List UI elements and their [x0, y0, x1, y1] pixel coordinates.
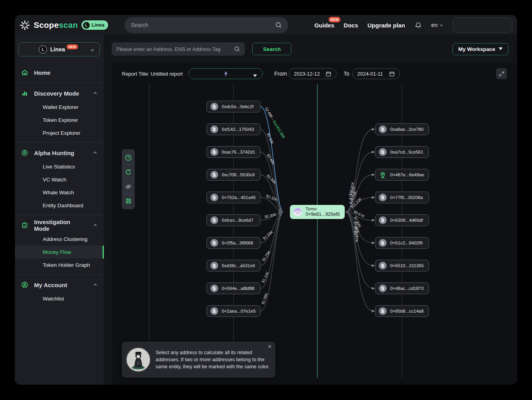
tooltip-text: Select any address to calculate all its …	[156, 349, 270, 370]
close-icon[interactable]: ✕	[268, 344, 272, 349]
wallet-connect-box[interactable]	[453, 18, 512, 33]
sidebar-section-home[interactable]: Home	[15, 65, 104, 80]
divider	[15, 83, 104, 83]
document-icon	[379, 307, 387, 315]
refresh-button[interactable]	[122, 165, 135, 179]
sidebar-item-token-explorer[interactable]: Token Explorer	[15, 114, 104, 127]
chart-icon	[21, 90, 28, 97]
address-label: 0×5510...311365	[390, 263, 424, 268]
sidebar-item-watchlist[interactable]: Watchlist	[15, 292, 104, 305]
global-search-input[interactable]	[131, 22, 275, 28]
address-node-target[interactable]: 0×6309...4d65df	[375, 214, 429, 226]
language-selector[interactable]: en	[431, 22, 443, 28]
sidebar-item-whale-watch[interactable]: Whale Watch	[15, 186, 104, 199]
new-badge: NEW	[329, 17, 341, 22]
sidebar: L Linea NEW HomeDiscovery ModeWallet Exp…	[15, 35, 104, 385]
address-node-source[interactable]: 0xfcec...8ce6d7	[206, 214, 261, 226]
address-node-target[interactable]: 0xa7cd...5ce561	[375, 146, 429, 158]
linea-logo-icon: L	[83, 22, 90, 29]
sidebar-section-my-account[interactable]: My Account	[15, 277, 104, 292]
document-icon	[210, 284, 218, 292]
nav-upgrade-plan[interactable]: Upgrade plan	[367, 22, 405, 29]
document-icon	[379, 194, 387, 201]
arrowhead-icon	[372, 150, 375, 153]
address-label: 0xdc5e...0ebc2f	[222, 104, 253, 109]
nav-docs[interactable]: Docs	[344, 22, 358, 29]
address-label: 0xc708...5530c6	[222, 172, 255, 177]
document-icon	[210, 148, 218, 156]
address-node-source[interactable]: 0xdc5e...0ebc2f	[206, 101, 261, 112]
home-icon	[21, 69, 28, 76]
save-icon	[125, 197, 132, 205]
sidebar-item-project-explorer[interactable]: Project Explorer	[15, 127, 104, 139]
brand: Scopescan L Linea	[20, 15, 108, 35]
money-flow-graph: 12.49K - Out:$11.88K$5.30K$3.48K$3.30K$2…	[112, 63, 516, 385]
hide-button[interactable]	[122, 180, 135, 193]
chevron-up-icon	[93, 91, 98, 96]
arrowhead-icon	[372, 196, 375, 199]
address-node-target[interactable]: 0×77f0...35208a	[375, 192, 429, 203]
nav-guides[interactable]: Guides NEW	[314, 22, 334, 29]
clipboard-icon	[21, 222, 28, 229]
document-icon	[379, 216, 387, 224]
sidebar-item-vc-watch[interactable]: VC Watch	[15, 173, 104, 186]
report-bar: Report Title: Untitled report From 2023-…	[112, 63, 516, 85]
document-icon	[379, 284, 387, 292]
my-workspace-button[interactable]: My Workspace	[452, 43, 508, 55]
graph-toolbar	[122, 149, 135, 209]
divider	[15, 274, 104, 275]
document-icon	[210, 262, 218, 270]
address-node-target[interactable]: 0xa8ae...2ce780	[375, 123, 429, 135]
address-node-source[interactable]: 0xf142...175043	[206, 123, 261, 135]
sidebar-section-label: Discovery Mode	[34, 90, 87, 97]
address-node-target[interactable]: 0×48ac...cd1873	[375, 282, 429, 294]
sidebar-item-token-holder-graph[interactable]: Token Holder Graph	[15, 259, 104, 271]
date-to-input[interactable]: 2024-01-11	[352, 68, 400, 79]
chain-badge[interactable]: L Linea	[81, 20, 109, 30]
document-icon	[210, 103, 218, 110]
address-node-source[interactable]: 0×594e...a8bf88	[206, 282, 261, 294]
address-node-source[interactable]: 0×2f5a...3f9068	[206, 237, 261, 249]
chevron-up-icon	[93, 150, 98, 155]
help-button[interactable]	[122, 151, 135, 164]
address-node-source[interactable]: 0xac76...3742d1	[206, 146, 261, 158]
address-node-source[interactable]: 0×752a...451a45	[206, 192, 261, 203]
sidebar-item-address-clustering[interactable]: Address Clustering	[15, 233, 104, 246]
sidebar-item-money-flow[interactable]: Money Flow	[15, 246, 104, 259]
address-label: 0xd38c...a531e6	[222, 263, 255, 268]
address-search-input[interactable]	[116, 46, 234, 52]
address-node-target[interactable]: 0×51c2...9402f9	[375, 237, 429, 249]
address-node-target[interactable]: 0×85b8...cc14a8	[375, 305, 429, 317]
address-node-source[interactable]: 0xc708...5530c6	[206, 169, 261, 181]
token-selector[interactable]	[188, 68, 263, 79]
chain-selector[interactable]: L Linea NEW	[18, 42, 100, 56]
sidebar-section-discovery-mode[interactable]: Discovery Mode	[15, 86, 104, 101]
bell-icon[interactable]	[414, 22, 422, 29]
detective-illustration	[126, 347, 151, 372]
sidebar-item-wallet-explorer[interactable]: Wallet Explorer	[15, 101, 104, 114]
location-pin-icon	[379, 171, 387, 179]
address-label: 0×85b8...cc14a8	[390, 309, 423, 313]
ethereum-icon	[223, 71, 229, 77]
search-button[interactable]: Search	[252, 43, 291, 55]
report-title: Report Title: Untitled report	[122, 71, 183, 77]
address-label: 0xa8ae...2ce780	[390, 127, 423, 132]
sidebar-section-investigation-mode[interactable]: Investigation Mode	[15, 218, 104, 233]
sidebar-item-live-statistics[interactable]: Live Statistics	[15, 160, 104, 173]
address-node-source[interactable]: 0xd38c...a531e6	[206, 260, 261, 271]
date-from-input[interactable]: 2023-12-12	[289, 68, 337, 79]
document-icon	[210, 239, 218, 247]
address-node-source[interactable]: 0×2aea...07e1e5	[206, 305, 261, 317]
address-node-target[interactable]: 0×487e...6e49ae	[375, 169, 429, 181]
sidebar-item-entity-dashboard[interactable]: Entity Dashboard	[15, 199, 104, 212]
save-button[interactable]	[122, 194, 135, 208]
app-window: Scopescan L Linea Guides NEW Docs Upgrad	[15, 15, 517, 385]
search-icon[interactable]	[275, 22, 282, 29]
caret-down-icon	[253, 72, 257, 79]
address-node-target[interactable]: 0×5510...311365	[375, 260, 429, 271]
sidebar-section-alpha-hunting[interactable]: Alpha Hunting	[15, 145, 104, 160]
search-icon[interactable]	[234, 46, 240, 52]
edge-amount-label: $3.48K	[266, 153, 276, 165]
center-node-tomo[interactable]: Tomo0×9e81...925ef8	[290, 205, 345, 219]
fullscreen-button[interactable]	[496, 68, 507, 79]
